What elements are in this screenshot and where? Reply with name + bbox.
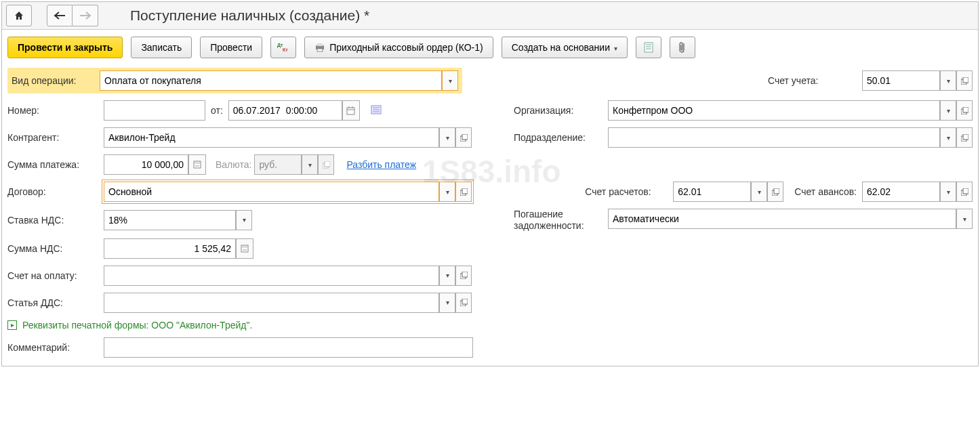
contractor-input[interactable] [104,127,439,148]
vat-rate-label: Ставка НДС: [7,215,101,226]
svg-rect-39 [242,246,247,248]
advance-account-open[interactable] [956,182,973,202]
advance-account-input[interactable] [862,182,940,202]
organization-dropdown[interactable] [940,100,956,121]
invoice-dropdown[interactable] [439,266,455,286]
dds-input[interactable] [104,293,439,313]
vat-rate-dropdown[interactable] [236,210,252,230]
number-label: Номер: [7,105,101,116]
division-dropdown[interactable] [940,127,956,148]
svg-point-42 [245,249,247,251]
settlement-account-dropdown[interactable] [751,182,767,202]
operation-type-label: Вид операции: [12,75,100,86]
svg-text:Кт: Кт [283,47,288,52]
doc-icon[interactable] [371,105,382,116]
svg-rect-31 [325,161,330,167]
vat-sum-calc[interactable] [236,238,253,259]
contract-open[interactable] [455,182,472,202]
svg-rect-46 [462,299,468,304]
invoice-open[interactable] [455,266,472,286]
svg-point-27 [195,165,197,167]
svg-rect-24 [963,134,968,140]
contractor-label: Контрагент: [7,132,101,143]
date-calendar-button[interactable] [342,100,360,121]
svg-rect-44 [462,272,468,277]
organization-label: Организация: [514,105,605,116]
form: 1S83.info Вид операции: Счет учета: [2,65,978,366]
post-and-close-button[interactable]: Провести и закрыть [7,37,123,58]
vat-sum-label: Сумма НДС: [7,243,101,254]
save-button[interactable]: Записать [131,37,192,58]
division-label: Подразделение: [514,132,605,143]
invoice-label: Счет на оплату: [7,270,101,281]
advance-account-dropdown[interactable] [940,182,956,202]
contractor-open[interactable] [455,127,472,148]
currency-input [254,154,302,175]
svg-rect-37 [963,188,968,194]
account-input[interactable] [862,70,940,91]
settlement-account-open[interactable] [767,182,783,202]
from-label: от: [211,105,223,116]
division-input[interactable] [608,127,940,148]
dds-dropdown[interactable] [439,293,455,313]
comment-input[interactable] [104,337,473,358]
page-title: Поступление наличных (создание) * [130,7,369,24]
svg-point-40 [243,249,244,251]
svg-rect-22 [462,134,468,140]
payment-sum-input[interactable] [104,154,188,175]
report-button[interactable] [636,37,661,58]
svg-rect-5 [645,43,653,52]
chevron-down-icon [614,42,617,53]
advance-account-label: Счет авансов: [794,186,857,197]
window: Поступление наличных (создание) * Провес… [1,1,979,366]
svg-point-28 [197,165,198,167]
account-dropdown[interactable] [940,70,956,91]
debt-repay-dropdown[interactable] [956,209,973,229]
settlement-account-label: Счет расчетов: [585,186,668,197]
attachment-button[interactable] [670,37,695,58]
account-label: Счет учета: [768,75,859,86]
vat-sum-input[interactable] [104,238,236,259]
settlement-account-input[interactable] [673,182,751,202]
contract-input[interactable] [104,182,439,202]
post-button[interactable]: Провести [200,37,262,58]
svg-rect-10 [963,77,968,83]
back-button[interactable] [47,5,73,26]
home-button[interactable] [6,5,32,26]
vat-rate-input[interactable] [104,210,236,230]
organization-open[interactable] [956,100,973,121]
contract-label: Договор: [7,186,101,197]
expand-arrow-icon[interactable]: ▸ [7,320,17,330]
create-based-on-button[interactable]: Создать на основании [502,37,628,58]
svg-rect-11 [347,108,354,114]
payment-sum-label: Сумма платежа: [7,159,101,170]
svg-rect-3 [317,43,323,46]
svg-rect-20 [963,107,968,112]
currency-label: Валюта: [216,159,251,170]
number-input[interactable] [104,100,205,121]
svg-rect-26 [195,162,200,164]
debt-repay-label: Погашение задолженности: [514,209,605,232]
contract-dropdown[interactable] [439,182,455,202]
split-payment-link[interactable]: Разбить платеж [346,159,416,170]
invoice-input[interactable] [104,266,439,286]
dds-label: Статья ДДС: [7,297,101,308]
svg-point-41 [244,249,245,251]
svg-point-29 [198,165,199,167]
division-open[interactable] [956,127,973,148]
print-ko1-button[interactable]: Приходный кассовый ордер (КО-1) [304,37,493,58]
operation-type-input[interactable] [100,70,442,91]
printer-icon [314,43,325,52]
account-open[interactable] [956,70,973,91]
operation-type-dropdown[interactable] [442,70,458,91]
organization-input[interactable] [608,100,940,121]
dds-open[interactable] [455,293,472,313]
contractor-dropdown[interactable] [439,127,455,148]
debt-repay-input[interactable] [608,209,956,229]
print-requisites-link[interactable]: Реквизиты печатной формы: ООО "Аквилон-Т… [22,320,252,331]
currency-dropdown [302,154,318,175]
date-input[interactable] [228,100,342,121]
dtkt-button[interactable]: ДтКт [270,37,296,58]
forward-button[interactable] [73,5,98,26]
payment-sum-calc[interactable] [188,154,206,175]
